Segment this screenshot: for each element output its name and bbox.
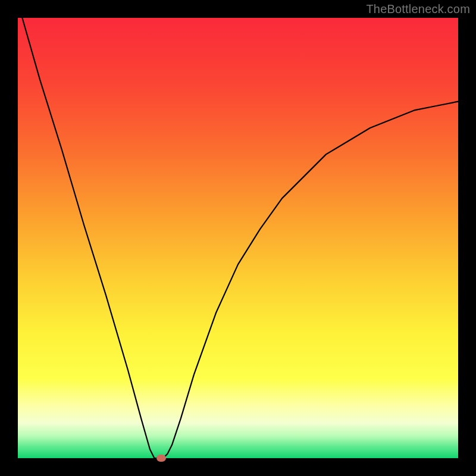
attribution-text: TheBottleneck.com — [366, 2, 470, 16]
optimal-point-marker — [156, 455, 166, 462]
bottleneck-curve — [18, 18, 458, 458]
chart-frame — [18, 18, 458, 458]
